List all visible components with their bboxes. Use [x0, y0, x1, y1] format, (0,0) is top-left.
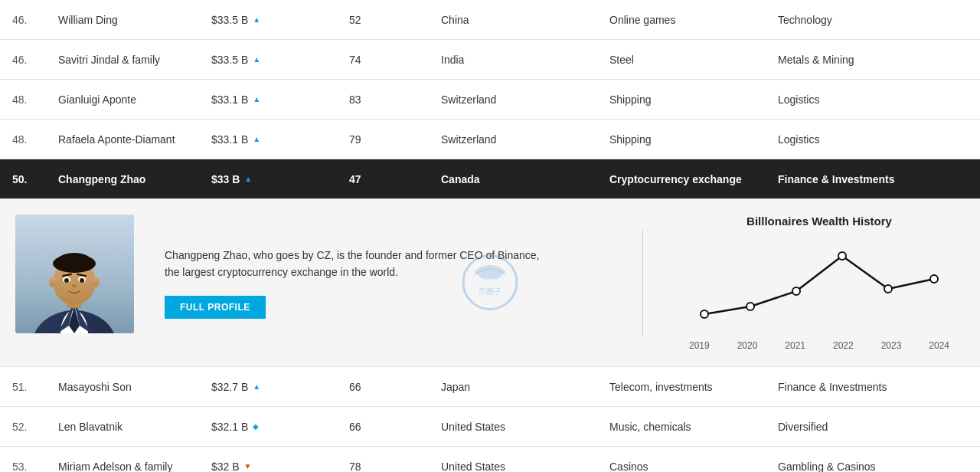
table-row: 53. Miriam Adelson & family $32 B ▼ 78 U…	[0, 447, 980, 472]
wealth-cell: $33.1 B ▲	[205, 83, 343, 116]
svg-point-21	[792, 287, 800, 295]
wealth-cell: $33.5 B ▲	[205, 43, 343, 77]
wealth-cell: $33.1 B ▲	[205, 123, 343, 156]
country-cell: Switzerland	[435, 83, 603, 116]
svg-point-17	[49, 277, 57, 287]
trend-up-icon: ▲	[253, 382, 260, 391]
chart-title: Billlonaires Wealth History	[681, 215, 957, 228]
trend-up-icon: ▲	[253, 95, 260, 103]
full-profile-button[interactable]: FULL PROFILE	[165, 296, 266, 319]
age-cell: 66	[343, 370, 435, 404]
industry-cell: Logistics	[772, 83, 925, 116]
industry-cell: Finance & Investments	[772, 370, 925, 404]
svg-point-16	[72, 284, 77, 287]
source-cell: Casinos	[603, 450, 772, 473]
source-cell: Shipping	[603, 123, 772, 156]
year-2019: 2019	[689, 340, 710, 351]
wealth-cell: $33.5 B ▲	[205, 3, 343, 37]
source-cell: Steel	[603, 43, 772, 77]
wealth-value: $33.5 B	[211, 14, 248, 26]
table-row: 51. Masayoshi Son $32.7 B ▲ 66 Japan Tel…	[0, 367, 980, 407]
country-cell: Switzerland	[435, 123, 603, 156]
chart-year-labels: 2019 2020 2021 2022 2023 2024	[681, 340, 957, 351]
bio-section: Changpeng Zhao, who goes by CZ, is the f…	[0, 199, 658, 366]
billionaires-table: 46. William Ding $33.5 B ▲ 52 China Onli…	[0, 0, 980, 472]
rank-cell: 50.	[6, 162, 52, 196]
age-cell: 83	[343, 83, 435, 116]
svg-point-15	[80, 278, 84, 283]
year-2020: 2020	[737, 340, 758, 351]
age-cell: 78	[343, 450, 435, 473]
wealth-value: $33.1 B	[211, 133, 248, 146]
industry-cell: Technology	[772, 3, 925, 37]
year-2021: 2021	[785, 340, 805, 351]
wealth-cell: $32 B ▼	[205, 450, 343, 473]
industry-cell: Finance & Investments	[772, 162, 925, 196]
trend-same-icon: ◆	[253, 422, 259, 431]
wealth-value: $33 B	[211, 173, 240, 185]
svg-point-24	[930, 275, 938, 283]
table-row: 50. Changpeng Zhao $33 B ▲ 47 Canada Cry…	[0, 159, 980, 199]
rank-cell: 48.	[6, 123, 52, 156]
trend-up-icon: ▲	[253, 135, 260, 143]
svg-point-23	[884, 285, 892, 293]
wealth-cell: $33 B ▲	[205, 162, 343, 196]
svg-point-20	[746, 303, 754, 310]
industry-cell: Metals & Mining	[772, 43, 925, 77]
country-cell: Canada	[435, 162, 603, 196]
rank-cell: 52.	[6, 410, 52, 444]
year-2022: 2022	[833, 340, 854, 351]
rank-cell: 46.	[6, 43, 52, 77]
source-cell: Online games	[603, 3, 772, 37]
wealth-cell: $32.1 B ◆	[205, 410, 343, 444]
svg-point-19	[701, 310, 708, 318]
industry-cell: Diversified	[772, 410, 925, 444]
table-row: 46. William Ding $33.5 B ▲ 52 China Onli…	[0, 0, 980, 40]
industry-cell: Logistics	[772, 123, 925, 156]
person-photo	[15, 215, 134, 333]
bio-text: Changpeng Zhao, who goes by CZ, is the f…	[165, 247, 547, 281]
table-row: 48. Gianluigi Aponte $33.1 B ▲ 83 Switze…	[0, 80, 980, 120]
wealth-value: $32 B	[211, 461, 240, 473]
country-cell: Japan	[435, 370, 603, 404]
name-cell: Changpeng Zhao	[52, 162, 205, 196]
country-cell: India	[435, 43, 603, 77]
chart-area: 2019 2020 2021 2022 2023 2024	[681, 235, 957, 351]
expanded-content: Changpeng Zhao, who goes by CZ, is the f…	[0, 199, 980, 367]
year-2024: 2024	[929, 340, 949, 351]
trend-up-icon: ▲	[253, 55, 260, 64]
trend-up-icon: ▲	[253, 15, 260, 24]
trend-down-icon: ▼	[244, 462, 252, 470]
svg-point-9	[57, 253, 91, 268]
rank-cell: 51.	[6, 370, 52, 404]
name-cell: Savitri Jindal & family	[52, 43, 205, 77]
source-cell: Music, chemicals	[603, 410, 772, 444]
expanded-detail-row: Changpeng Zhao, who goes by CZ, is the f…	[0, 199, 980, 367]
country-cell: China	[435, 3, 603, 37]
country-cell: United States	[435, 410, 603, 444]
age-cell: 47	[343, 162, 435, 196]
age-cell: 74	[343, 43, 435, 77]
rank-cell: 48.	[6, 83, 52, 116]
country-cell: United States	[435, 450, 603, 473]
name-cell: William Ding	[52, 3, 205, 37]
name-cell: Gianluigi Aponte	[52, 83, 205, 116]
source-cell: Shipping	[603, 83, 772, 116]
wealth-value: $33.1 B	[211, 93, 248, 106]
wealth-chart	[681, 243, 957, 335]
person-bio-section: Changpeng Zhao, who goes by CZ, is the f…	[149, 215, 627, 351]
name-cell: Len Blavatnik	[52, 410, 205, 444]
divider	[642, 230, 643, 336]
wealth-cell: $32.7 B ▲	[205, 370, 343, 404]
trend-up-icon: ▲	[244, 175, 252, 183]
name-cell: Miriam Adelson & family	[52, 450, 205, 473]
top-rows-container: 46. William Ding $33.5 B ▲ 52 China Onli…	[0, 0, 980, 199]
year-2023: 2023	[881, 340, 902, 351]
name-cell: Masayoshi Son	[52, 370, 205, 404]
source-cell: Cryptocurrency exchange	[603, 162, 772, 196]
table-row: 48. Rafaela Aponte-Diamant $33.1 B ▲ 79 …	[0, 120, 980, 159]
table-row: 52. Len Blavatnik $32.1 B ◆ 66 United St…	[0, 407, 980, 447]
svg-point-18	[92, 277, 100, 287]
svg-point-14	[64, 278, 69, 283]
bottom-rows-container: 51. Masayoshi Son $32.7 B ▲ 66 Japan Tel…	[0, 367, 980, 472]
